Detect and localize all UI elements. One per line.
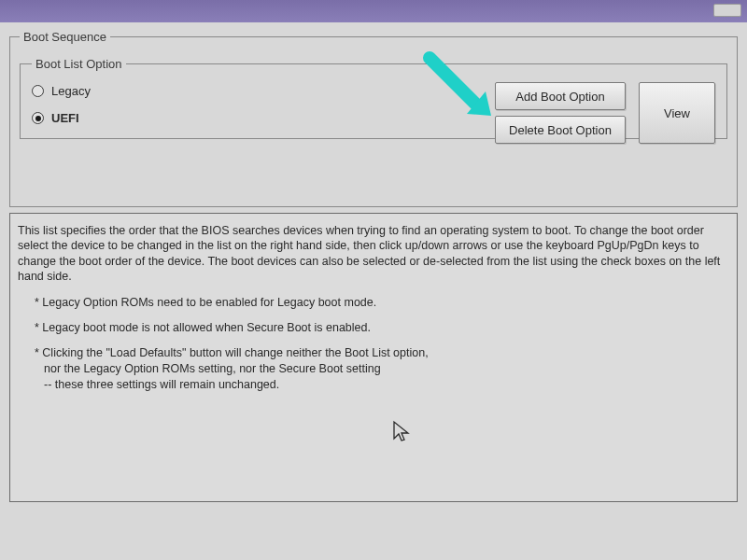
info-bullet-1: * Legacy Option ROMs need to be enabled … — [35, 295, 729, 311]
boot-sequence-group: Boot Sequence Boot List Option Legacy UE… — [9, 30, 738, 207]
info-bullets: * Legacy Option ROMs need to be enabled … — [18, 295, 729, 392]
info-bullet-3-l2: nor the Legacy Option ROMs setting, nor … — [35, 361, 729, 377]
radio-legacy-label: Legacy — [51, 84, 91, 98]
button-stack: Add Boot Option Delete Boot Option — [495, 82, 626, 144]
radio-uefi-label: UEFI — [51, 111, 79, 125]
boot-sequence-legend: Boot Sequence — [20, 30, 110, 44]
delete-boot-option-button[interactable]: Delete Boot Option — [495, 116, 626, 144]
boot-list-option-legend: Boot List Option — [32, 57, 126, 71]
info-paragraph: This list specifies the order that the B… — [18, 223, 729, 284]
add-boot-option-label: Add Boot Option — [515, 90, 604, 104]
info-bullet-3-l1: * Clicking the "Load Defaults" button wi… — [35, 346, 429, 359]
view-button-label: View — [664, 106, 690, 120]
add-boot-option-button[interactable]: Add Boot Option — [495, 82, 626, 110]
info-bullet-2: * Legacy boot mode is not allowed when S… — [35, 320, 729, 336]
view-button[interactable]: View — [639, 82, 715, 144]
info-bullet-3-l3: -- these three settings will remain unch… — [35, 377, 729, 393]
radio-checked-icon — [32, 112, 44, 124]
info-bullet-3: * Clicking the "Load Defaults" button wi… — [35, 345, 729, 393]
boot-list-option-group: Boot List Option Legacy UEFI Add Boot Op… — [20, 57, 727, 139]
content-area: Boot Sequence Boot List Option Legacy UE… — [0, 22, 747, 510]
window-close-button[interactable] — [713, 4, 741, 17]
titlebar — [0, 0, 747, 22]
button-area: Add Boot Option Delete Boot Option View — [495, 82, 715, 144]
info-box: This list specifies the order that the B… — [9, 213, 738, 502]
radio-unchecked-icon — [32, 85, 44, 97]
delete-boot-option-label: Delete Boot Option — [509, 123, 612, 137]
